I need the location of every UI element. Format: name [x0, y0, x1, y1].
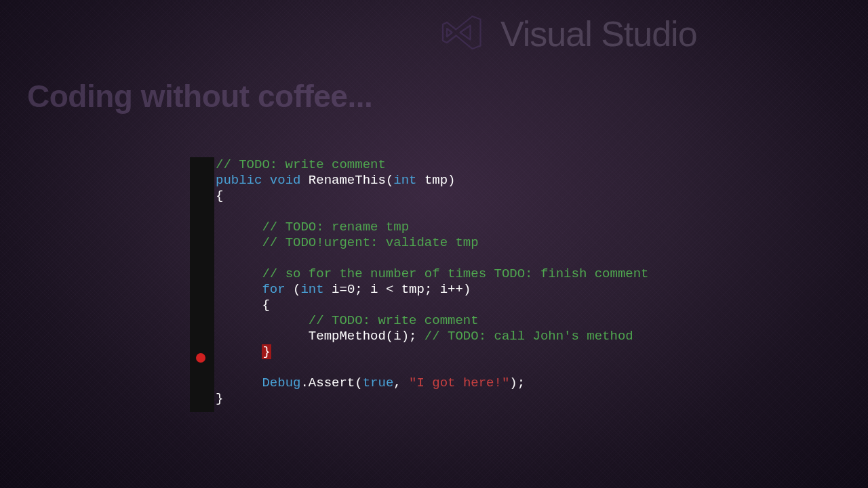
breakpoint-icon[interactable] [196, 353, 205, 363]
code-line: } [216, 344, 271, 359]
code-line: // so for the number of times TODO: fini… [216, 266, 649, 281]
code-line: public void RenameThis(int tmp) [216, 173, 456, 188]
error-highlight: } [262, 344, 271, 359]
code-line: Debug.Assert(true, "I got here!"); [216, 375, 525, 390]
code-line: // TODO: write comment [216, 313, 479, 328]
code-editor: // TODO: write comment public void Renam… [190, 157, 649, 412]
code-line: } [216, 391, 223, 406]
code-line: { [216, 298, 270, 312]
brand-logo-group: Visual Studio [434, 12, 697, 56]
brand-name: Visual Studio [500, 14, 697, 54]
headline-text: Coding without coffee... [27, 78, 372, 115]
code-line: for (int i=0; i < tmp; i++) [216, 282, 471, 297]
code-line: TempMethod(i); // TODO: call John's meth… [216, 329, 633, 344]
code-line: // TODO: rename tmp [216, 220, 409, 235]
code-content: // TODO: write comment public void Renam… [214, 157, 649, 412]
editor-gutter [190, 157, 214, 412]
code-line: // TODO: write comment [216, 157, 386, 172]
code-line: { [216, 188, 223, 203]
code-line: // TODO!urgent: validate tmp [216, 235, 479, 250]
visual-studio-logo-icon [434, 12, 488, 56]
